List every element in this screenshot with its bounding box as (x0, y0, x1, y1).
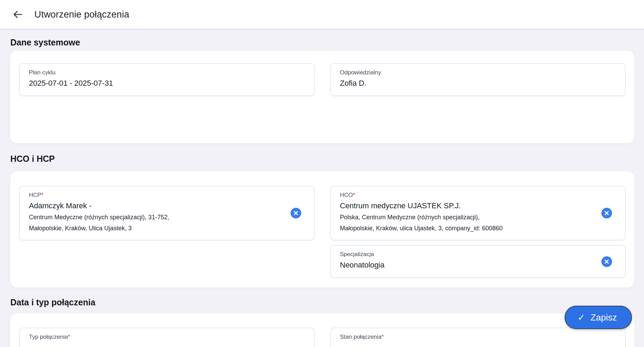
page-title: Utworzenie połączenia (34, 9, 129, 20)
field-specjalizacja[interactable]: Specjalizacja Neonatologia (330, 245, 626, 278)
card-date-type: Typ połączenia* Stan połączenia* (10, 313, 634, 347)
page-header: Utworzenie połączenia (0, 0, 644, 30)
required-asterisk: * (41, 192, 44, 198)
section-title-hco-hcp: HCO i HCP (10, 154, 634, 164)
hco-column: HCO* Centrum medyczne UJASTEK SP.J. Pols… (330, 186, 626, 278)
check-icon: ✓ (578, 313, 585, 322)
field-typ-polaczenia[interactable]: Typ połączenia* (19, 328, 315, 347)
field-details: Centrum Medyczne (różnych specjalizacji)… (29, 212, 281, 234)
card-hco-hcp: HCP* Adamczyk Marek - Centrum Medyczne (… (10, 171, 634, 287)
field-value: Zofia D. (340, 77, 616, 89)
field-value: 2025-07-01 - 2025-07-31 (29, 77, 305, 89)
field-label: Odpowiedzialny (340, 69, 616, 77)
section-title-system: Dane systemowe (10, 38, 634, 48)
field-value: Adamczyk Marek - (29, 200, 281, 212)
back-button[interactable] (10, 7, 25, 22)
field-hcp[interactable]: HCP* Adamczyk Marek - Centrum Medyczne (… (19, 186, 315, 240)
required-asterisk: * (68, 334, 70, 340)
clear-hcp-button[interactable] (291, 208, 301, 219)
field-stan-polaczenia[interactable]: Stan połączenia* (330, 328, 626, 347)
hcp-column: HCP* Adamczyk Marek - Centrum Medyczne (… (19, 186, 315, 240)
field-label: Typ połączenia* (29, 333, 305, 341)
form-page: Dane systemowe Plan cyklu 2025-07-01 - 2… (0, 38, 644, 347)
section-title-date-type: Data i typ połączenia (10, 297, 634, 307)
field-details: Polska, Centrum Medyczne (różnych specja… (340, 212, 592, 234)
clear-hco-button[interactable] (601, 208, 612, 219)
clear-x-icon (604, 211, 609, 216)
field-label: Stan połączenia* (340, 333, 616, 341)
required-asterisk: * (353, 192, 355, 198)
field-label: HCP* (29, 191, 281, 199)
field-odpowiedzialny[interactable]: Odpowiedzialny Zofia D. (330, 63, 626, 96)
field-hco[interactable]: HCO* Centrum medyczne UJASTEK SP.J. Pols… (330, 186, 626, 240)
card-system-data: Plan cyklu 2025-07-01 - 2025-07-31 Odpow… (10, 51, 634, 143)
arrow-left-icon (12, 9, 23, 20)
field-label: HCO* (340, 191, 592, 199)
field-plan-cyklu[interactable]: Plan cyklu 2025-07-01 - 2025-07-31 (19, 63, 315, 96)
clear-x-icon (293, 211, 298, 216)
field-value: Centrum medyczne UJASTEK SP.J. (340, 200, 592, 212)
field-value: Neonatologia (340, 259, 592, 271)
clear-specjalizacja-button[interactable] (601, 256, 612, 267)
save-button[interactable]: ✓ Zapisz (565, 306, 632, 329)
save-button-label: Zapisz (590, 312, 617, 323)
required-asterisk: * (381, 334, 384, 340)
field-label: Plan cyklu (29, 69, 305, 77)
clear-x-icon (604, 259, 609, 264)
field-label: Specjalizacja (340, 250, 592, 259)
